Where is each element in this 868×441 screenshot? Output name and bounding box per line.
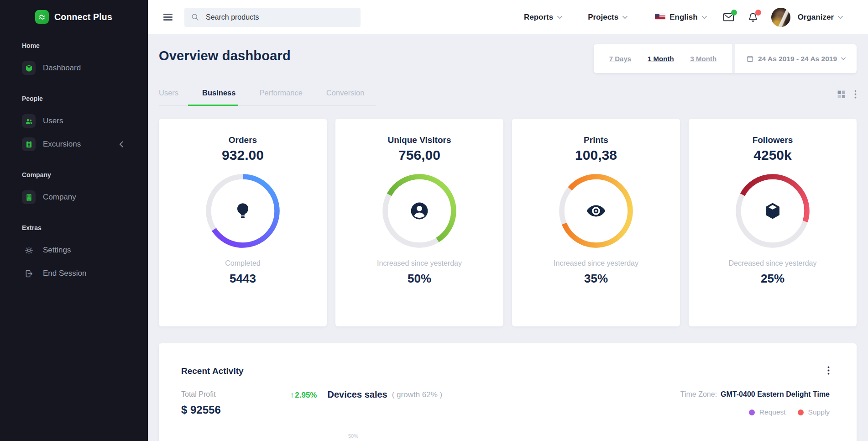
stat-card-unique-visitors: Unique Visitors 756,00 xyxy=(335,119,503,326)
progress-ring xyxy=(557,172,635,250)
logout-icon xyxy=(22,267,36,280)
kebab-menu-icon[interactable] xyxy=(827,366,830,375)
date-range-controls: 7 Days 1 Month 3 Month 24 As 2019 - 24 A… xyxy=(594,44,857,73)
date-range-value: 24 As 2019 - 24 As 2019 xyxy=(758,55,837,63)
users-icon xyxy=(22,114,36,128)
language-menu[interactable]: English xyxy=(655,13,706,22)
projects-label: Projects xyxy=(588,13,618,22)
card-title: Followers xyxy=(689,135,857,145)
tabs-bar: Users Business Performance Conversion xyxy=(159,89,857,106)
sidebar: Connect Plus Home Dashboard People xyxy=(0,0,148,441)
range-link-1-month[interactable]: 1 Month xyxy=(648,55,674,63)
card-value: 756,00 xyxy=(335,147,503,163)
activity-chart-title: Devices sales xyxy=(327,389,387,400)
stat-cards: Orders 932.00 xyxy=(159,119,857,326)
person-icon xyxy=(381,172,458,250)
sidebar-item-dashboard[interactable]: Dashboard xyxy=(22,61,123,75)
delta-value: 2.95% xyxy=(295,391,317,400)
recent-activity-card: Recent Activity Total Profit $ 92556 ↑ xyxy=(159,343,857,441)
card-title: Orders xyxy=(159,135,327,145)
user-label: Organizer xyxy=(798,13,834,22)
legend-label: Request xyxy=(759,408,786,416)
card-subvalue: 25% xyxy=(689,272,857,286)
tab-users[interactable]: Users xyxy=(159,89,178,105)
cube-icon xyxy=(22,61,36,75)
sidebar-item-label: Users xyxy=(43,116,63,126)
legend-item-request: Request xyxy=(749,408,786,416)
sidebar-section-extras: Extras xyxy=(22,224,148,231)
app-logo[interactable]: Connect Plus xyxy=(22,10,148,24)
recent-activity-title: Recent Activity xyxy=(181,366,244,376)
sidebar-section-people: People xyxy=(22,95,148,102)
arrow-up-icon: ↑ xyxy=(290,391,294,400)
sidebar-item-label: Excursions xyxy=(43,140,81,149)
kebab-menu-icon[interactable] xyxy=(854,90,857,99)
active-tab-indicator xyxy=(188,105,238,106)
card-value: 100,38 xyxy=(512,147,680,163)
sidebar-item-label: Dashboard xyxy=(43,63,81,73)
chevron-down-icon xyxy=(702,16,707,19)
stat-card-prints: Prints 100,38 xyxy=(512,119,680,326)
page-content: Overview dashboard 7 Days 1 Month 3 Mont… xyxy=(148,34,868,441)
card-subvalue: 5443 xyxy=(159,272,327,286)
topbar-right: Reports Projects English xyxy=(524,8,843,27)
notifications-button[interactable] xyxy=(747,11,759,23)
reports-label: Reports xyxy=(524,13,553,22)
sidebar-section-company: Company xyxy=(22,171,148,178)
card-caption: Decreased since yesterday xyxy=(689,259,857,268)
card-value: 4250k xyxy=(689,147,857,163)
avatar[interactable] xyxy=(771,8,790,27)
search-input[interactable] xyxy=(205,13,354,22)
projects-menu[interactable]: Projects xyxy=(588,13,627,22)
sidebar-item-label: End Session xyxy=(43,269,86,278)
topbar: Reports Projects English xyxy=(148,0,868,34)
card-value: 932.00 xyxy=(159,147,327,163)
sidebar-item-company[interactable]: Company xyxy=(22,190,123,204)
total-profit-label: Total Profit xyxy=(181,390,221,399)
search-icon xyxy=(191,13,199,21)
page-title: Overview dashboard xyxy=(159,48,291,63)
legend-item-supply: Supply xyxy=(798,408,830,416)
eye-icon xyxy=(557,172,635,250)
chevron-down-icon xyxy=(838,16,843,19)
cube-icon xyxy=(734,172,811,250)
messages-button[interactable] xyxy=(722,11,735,23)
chevron-left-icon[interactable] xyxy=(119,141,123,147)
app-root: Connect Plus Home Dashboard People xyxy=(0,0,868,441)
app-name: Connect Plus xyxy=(54,12,112,22)
id-card-icon xyxy=(22,137,36,151)
range-link-7-days[interactable]: 7 Days xyxy=(609,55,631,63)
range-link-3-month[interactable]: 3 Month xyxy=(690,55,717,63)
user-menu[interactable]: Organizer xyxy=(798,13,843,22)
progress-ring xyxy=(204,172,282,250)
date-range-picker[interactable]: 24 As 2019 - 24 As 2019 xyxy=(732,44,857,73)
chevron-down-icon xyxy=(557,16,562,19)
timezone-label: Time Zone: xyxy=(680,390,717,399)
tab-conversion[interactable]: Conversion xyxy=(326,89,364,105)
stat-card-followers: Followers 4250k xyxy=(689,119,857,326)
tabs: Users Business Performance Conversion xyxy=(159,89,376,106)
unread-messages-badge xyxy=(731,10,737,16)
activity-chart-subtitle: ( growth 62% ) xyxy=(392,390,443,399)
sidebar-item-end-session[interactable]: End Session xyxy=(22,267,123,280)
chevron-down-icon xyxy=(841,57,846,60)
tab-performance[interactable]: Performance xyxy=(259,89,302,105)
legend-label: Supply xyxy=(808,408,830,416)
bulb-icon xyxy=(204,172,282,250)
range-links: 7 Days 1 Month 3 Month xyxy=(594,44,732,73)
total-profit-value: $ 92556 xyxy=(181,404,221,416)
grid-view-icon[interactable] xyxy=(837,89,846,99)
sidebar-item-settings[interactable]: Settings xyxy=(22,243,123,257)
legend-dot-supply xyxy=(798,410,804,415)
stat-card-orders: Orders 932.00 xyxy=(159,119,327,326)
tab-actions xyxy=(837,89,857,99)
notifications-badge xyxy=(755,10,761,16)
sidebar-item-excursions[interactable]: Excursions xyxy=(22,137,123,151)
hamburger-menu-icon[interactable] xyxy=(163,14,173,20)
profit-delta: ↑ 2.95% xyxy=(290,391,317,400)
reports-menu[interactable]: Reports xyxy=(524,13,562,22)
app-logo-icon xyxy=(35,10,49,24)
sidebar-item-users[interactable]: Users xyxy=(22,114,123,128)
page-head: Overview dashboard 7 Days 1 Month 3 Mont… xyxy=(159,44,857,73)
tab-business[interactable]: Business xyxy=(202,89,235,105)
